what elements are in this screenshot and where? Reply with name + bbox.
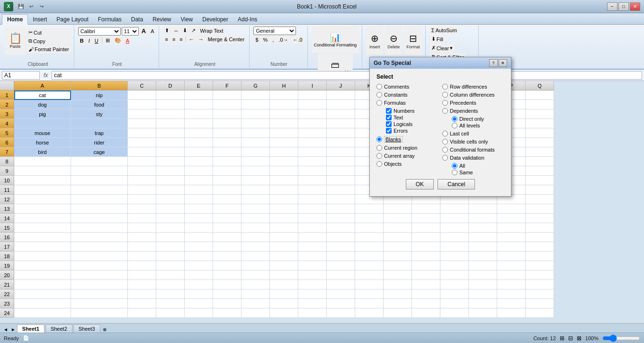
table-cell[interactable] xyxy=(298,119,327,128)
table-cell[interactable] xyxy=(412,271,440,280)
formula-input[interactable] xyxy=(52,71,642,80)
row-header-12[interactable]: 12 xyxy=(0,195,14,204)
row-header-4[interactable]: 4 xyxy=(0,119,14,128)
table-cell[interactable] xyxy=(128,90,156,100)
row-header-2[interactable]: 2 xyxy=(0,100,14,109)
clear-button[interactable]: ✗ Clear▾ xyxy=(429,44,455,52)
table-cell[interactable] xyxy=(71,242,128,252)
table-cell[interactable] xyxy=(298,90,327,100)
table-cell[interactable] xyxy=(384,280,412,289)
table-cell[interactable] xyxy=(213,214,242,223)
table-cell[interactable] xyxy=(526,223,554,233)
table-cell[interactable] xyxy=(270,119,298,128)
option-conditional-formats[interactable]: Conditional formats xyxy=(442,147,504,153)
increase-indent-button[interactable]: → xyxy=(197,36,206,43)
sheet-nav-right[interactable]: ► xyxy=(9,326,17,333)
col-header-I[interactable]: I xyxy=(298,81,327,90)
table-cell[interactable] xyxy=(185,233,213,242)
table-cell[interactable] xyxy=(497,214,526,223)
table-cell[interactable] xyxy=(242,252,270,261)
table-cell[interactable] xyxy=(71,214,128,223)
table-cell[interactable] xyxy=(156,289,185,299)
check-errors[interactable] xyxy=(386,128,392,134)
table-cell[interactable] xyxy=(327,289,355,299)
radio-last-cell[interactable] xyxy=(442,131,448,136)
table-cell[interactable] xyxy=(213,308,242,318)
table-cell[interactable] xyxy=(156,119,185,128)
table-cell[interactable]: sty xyxy=(71,109,128,119)
row-header-1[interactable]: 1 xyxy=(0,90,14,100)
row-header-19[interactable]: 19 xyxy=(0,261,14,271)
table-cell[interactable] xyxy=(71,299,128,308)
align-bottom-button[interactable]: ⬇ xyxy=(181,27,189,35)
table-cell[interactable] xyxy=(526,119,554,128)
table-cell[interactable] xyxy=(185,176,213,185)
normal-view-button[interactable]: ⊞ xyxy=(560,335,564,342)
table-cell[interactable] xyxy=(185,166,213,176)
table-cell[interactable] xyxy=(71,289,128,299)
table-cell[interactable] xyxy=(242,223,270,233)
table-cell[interactable] xyxy=(412,280,440,289)
table-cell[interactable] xyxy=(355,242,384,252)
table-cell[interactable] xyxy=(242,185,270,195)
table-cell[interactable] xyxy=(213,195,242,204)
table-cell[interactable] xyxy=(440,252,469,261)
table-cell[interactable] xyxy=(270,204,298,214)
fill-button[interactable]: ⬇ Fill xyxy=(429,35,445,43)
table-cell[interactable] xyxy=(242,138,270,147)
table-cell[interactable] xyxy=(270,185,298,195)
col-header-G[interactable]: G xyxy=(242,81,270,90)
table-cell[interactable] xyxy=(242,242,270,252)
table-cell[interactable] xyxy=(156,204,185,214)
table-cell[interactable] xyxy=(270,280,298,289)
tab-view[interactable]: View xyxy=(176,15,197,24)
format-painter-button[interactable]: 🖌 Format Painter xyxy=(27,45,71,53)
table-cell[interactable] xyxy=(128,128,156,138)
table-cell[interactable] xyxy=(497,299,526,308)
table-cell[interactable]: rider xyxy=(71,138,128,147)
table-cell[interactable] xyxy=(185,90,213,100)
table-cell[interactable] xyxy=(526,90,554,100)
table-cell[interactable] xyxy=(412,204,440,214)
table-cell[interactable] xyxy=(128,299,156,308)
tab-page-layout[interactable]: Page Layout xyxy=(52,15,93,24)
table-cell[interactable] xyxy=(156,280,185,289)
option-current-region[interactable]: Current region xyxy=(376,145,438,151)
table-cell[interactable] xyxy=(355,308,384,318)
radio-formulas[interactable] xyxy=(376,100,382,106)
merge-center-button[interactable]: Merge & Center xyxy=(206,36,247,43)
table-cell[interactable] xyxy=(440,271,469,280)
fill-color-button[interactable]: 🎨 xyxy=(113,36,123,45)
table-cell[interactable] xyxy=(327,185,355,195)
table-cell[interactable] xyxy=(242,214,270,223)
table-cell[interactable] xyxy=(497,289,526,299)
table-cell[interactable] xyxy=(298,299,327,308)
minimize-button[interactable]: − xyxy=(607,2,617,11)
table-cell[interactable] xyxy=(213,242,242,252)
table-cell[interactable] xyxy=(242,128,270,138)
table-cell[interactable] xyxy=(14,233,71,242)
table-cell[interactable] xyxy=(298,223,327,233)
table-cell[interactable] xyxy=(128,147,156,157)
align-right-button[interactable]: ≡ xyxy=(178,36,184,43)
table-cell[interactable] xyxy=(327,109,355,119)
table-cell[interactable] xyxy=(412,252,440,261)
table-cell[interactable] xyxy=(355,299,384,308)
option-same[interactable]: Same xyxy=(452,170,504,175)
table-cell[interactable] xyxy=(242,100,270,109)
table-cell[interactable] xyxy=(298,261,327,271)
option-objects[interactable]: Objects xyxy=(376,161,438,167)
table-cell[interactable] xyxy=(270,147,298,157)
table-cell[interactable] xyxy=(213,185,242,195)
sheet-nav-left[interactable]: ◄ xyxy=(2,326,9,333)
conditional-formatting-button[interactable]: 📊 Conditional Formatting xyxy=(312,27,359,53)
table-cell[interactable] xyxy=(242,280,270,289)
table-cell[interactable] xyxy=(327,138,355,147)
align-middle-button[interactable]: ↔ xyxy=(171,27,180,35)
option-precedents[interactable]: Precedents xyxy=(442,100,504,106)
comma-button[interactable]: , xyxy=(270,36,276,44)
table-cell[interactable] xyxy=(469,214,497,223)
table-cell[interactable] xyxy=(213,271,242,280)
table-cell[interactable] xyxy=(185,308,213,318)
table-cell[interactable] xyxy=(128,280,156,289)
